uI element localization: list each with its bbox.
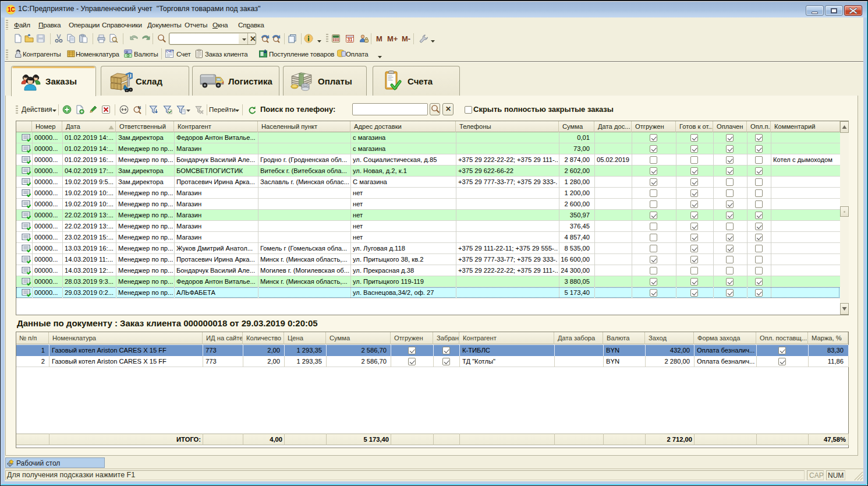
svg-text:1С: 1С: [8, 6, 15, 13]
svg-text:$€: $€: [125, 51, 129, 54]
svg-text:31: 31: [347, 37, 353, 43]
svg-text:S: S: [127, 54, 129, 57]
svg-text:СЧЕТ: СЧЕТ: [166, 50, 173, 53]
svg-text:N: N: [138, 105, 141, 110]
